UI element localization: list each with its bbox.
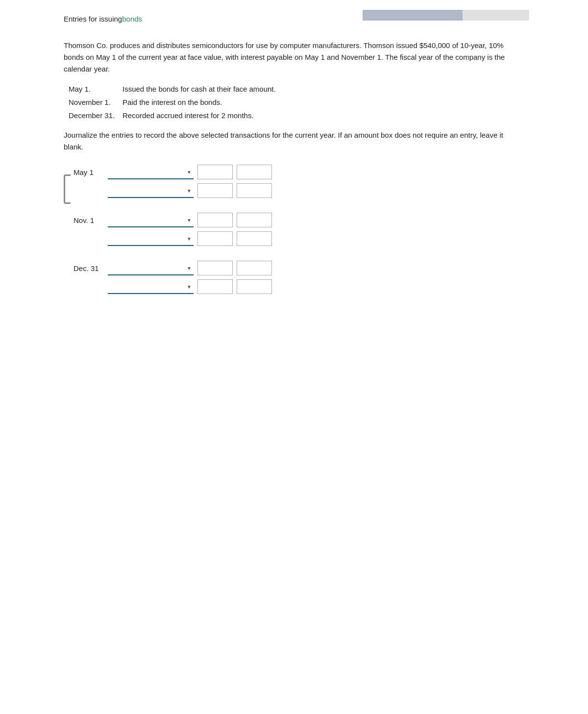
list-item: May 1. Issued the bonds for cash at thei… xyxy=(69,85,524,93)
debit-input-nov1-row1[interactable] xyxy=(197,213,233,227)
page-container: Entries for issuing bonds Thomson Co. pr… xyxy=(59,10,529,314)
debit-input-dec31-row1[interactable] xyxy=(197,261,233,275)
progress-bar-fill xyxy=(363,10,463,21)
debit-input-dec31-row2[interactable] xyxy=(197,279,233,294)
events-table: May 1. Issued the bonds for cash at thei… xyxy=(64,85,524,120)
list-item: November 1. Paid the interest on the bon… xyxy=(69,98,524,106)
table-row xyxy=(74,279,524,294)
journal-date-dec31: Dec. 31 xyxy=(74,264,108,272)
table-row xyxy=(74,231,524,246)
credit-input-nov1-row1[interactable] xyxy=(237,213,272,227)
progress-bar-container xyxy=(363,10,529,21)
table-row: May 1 xyxy=(74,165,524,179)
credit-input-may1-row1[interactable] xyxy=(237,165,272,179)
list-item: December 31. Recorded accrued interest f… xyxy=(69,111,524,120)
journal-date-may1: May 1 xyxy=(74,168,108,176)
top-header-row: Entries for issuing bonds xyxy=(64,15,524,32)
journal-entry-dec31: Dec. 31 xyxy=(74,261,524,294)
journal-section: May 1 xyxy=(64,165,524,294)
account-select-dec31-row1[interactable] xyxy=(108,261,194,275)
journal-entry-nov1: Nov. 1 xyxy=(74,213,524,246)
debit-input-may1-row1[interactable] xyxy=(197,165,233,179)
instructions-text: Journalize the entries to record the abo… xyxy=(64,129,524,153)
credit-input-dec31-row1[interactable] xyxy=(237,261,272,275)
journal-entry-may1: May 1 xyxy=(74,165,524,198)
bracket-indicator xyxy=(64,174,71,204)
select-wrapper-may1-row2 xyxy=(108,183,194,198)
debit-input-may1-row2[interactable] xyxy=(197,183,233,198)
debit-input-nov1-row2[interactable] xyxy=(197,231,233,246)
title-link[interactable]: bonds xyxy=(122,15,142,23)
table-row: Dec. 31 xyxy=(74,261,524,275)
select-wrapper-dec31-row2 xyxy=(108,279,194,294)
credit-input-may1-row2[interactable] xyxy=(237,183,272,198)
event-date-dec31: December 31. xyxy=(69,111,122,120)
description-text: Thomson Co. produces and distributes sem… xyxy=(64,40,524,75)
select-wrapper-may1-row1 xyxy=(108,165,194,179)
select-wrapper-dec31-row1 xyxy=(108,261,194,275)
account-select-nov1-row1[interactable] xyxy=(108,213,194,227)
select-wrapper-nov1-row2 xyxy=(108,231,194,246)
select-wrapper-nov1-row1 xyxy=(108,213,194,227)
credit-input-dec31-row2[interactable] xyxy=(237,279,272,294)
title-prefix: Entries for issuing xyxy=(64,15,122,23)
event-date-nov1: November 1. xyxy=(69,98,122,106)
event-desc-dec31: Recorded accrued interest for 2 months. xyxy=(122,111,254,120)
table-row: Nov. 1 xyxy=(74,213,524,227)
table-row xyxy=(74,183,524,198)
journal-date-nov1: Nov. 1 xyxy=(74,216,108,224)
account-select-nov1-row2[interactable] xyxy=(108,231,194,246)
event-desc-may1: Issued the bonds for cash at their face … xyxy=(122,85,276,93)
event-desc-nov1: Paid the interest on the bonds. xyxy=(122,98,222,106)
account-select-may1-row2[interactable] xyxy=(108,183,194,198)
event-date-may1: May 1. xyxy=(69,85,122,93)
credit-input-nov1-row2[interactable] xyxy=(237,231,272,246)
account-select-may1-row1[interactable] xyxy=(108,165,194,179)
title-bar: Entries for issuing bonds xyxy=(64,15,142,23)
account-select-dec31-row2[interactable] xyxy=(108,279,194,294)
